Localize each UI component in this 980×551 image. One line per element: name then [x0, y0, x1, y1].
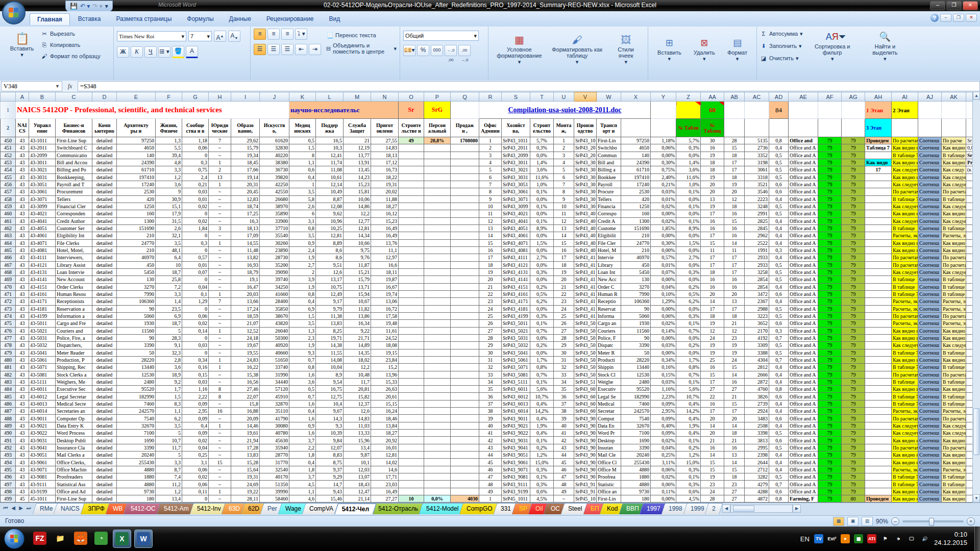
cell[interactable]: 79: [818, 203, 842, 210]
cell[interactable]: [966, 298, 973, 305]
cell[interactable]: 43: [16, 415, 29, 422]
cell[interactable]: 1: [209, 422, 231, 429]
cell[interactable]: 1,6: [289, 430, 316, 437]
cell[interactable]: 35200: [260, 261, 289, 268]
cell[interactable]: 9,37: [316, 466, 344, 473]
sheet-tab[interactable]: 5412-Отрасль: [371, 503, 425, 514]
cell[interactable]: Weighers, Me: [56, 378, 92, 385]
cell[interactable]: 0,7: [769, 356, 789, 363]
cell[interactable]: 3258: [745, 268, 769, 276]
row-header[interactable]: 475: [1, 320, 16, 327]
cell[interactable]: [745, 119, 769, 137]
cell[interactable]: 17,25: [231, 210, 260, 217]
cell[interactable]: 0,15%: [651, 371, 676, 378]
cell[interactable]: 38: [479, 408, 502, 415]
cell[interactable]: 19: [724, 181, 745, 188]
cell[interactable]: [424, 481, 451, 488]
cell[interactable]: SrP43_4061: [502, 232, 530, 239]
cell[interactable]: 16,49: [371, 224, 399, 232]
cell[interactable]: 1,9: [289, 254, 316, 261]
cell[interactable]: 7: [209, 298, 231, 305]
cell[interactable]: [966, 466, 973, 473]
cell[interactable]: 30: [479, 349, 502, 356]
cell[interactable]: [451, 356, 479, 363]
cell[interactable]: 1,16: [182, 386, 209, 393]
column-header[interactable]: AA: [701, 92, 724, 102]
cell[interactable]: Receptionists: [56, 298, 92, 305]
column-header[interactable]: AD: [769, 92, 789, 102]
cell[interactable]: Соотнош: [918, 261, 942, 268]
cell[interactable]: 17: [701, 232, 724, 239]
cell[interactable]: Sr: [966, 152, 973, 159]
cell[interactable]: [424, 320, 451, 327]
cell[interactable]: 79: [842, 459, 865, 466]
cell[interactable]: 34250: [260, 283, 289, 290]
cell[interactable]: SrP43_4071: [502, 239, 530, 246]
cell[interactable]: 2812: [745, 364, 769, 371]
cell[interactable]: 0,5: [769, 173, 789, 181]
row-header[interactable]: 488: [1, 415, 16, 422]
cell[interactable]: 0,0%: [676, 210, 701, 217]
cell[interactable]: Office and A: [789, 224, 818, 232]
cell[interactable]: [966, 261, 973, 268]
cell[interactable]: 43-5071: [29, 364, 56, 371]
cell[interactable]: 0,1%: [676, 217, 701, 224]
cell[interactable]: 0,1%: [530, 437, 554, 444]
cell[interactable]: detailed: [92, 408, 117, 415]
cell[interactable]: 7100: [621, 430, 651, 437]
cell[interactable]: 90: [117, 305, 156, 312]
cell[interactable]: Архитекту ры и: [117, 119, 156, 137]
cell[interactable]: 0,0%: [676, 152, 701, 159]
cell[interactable]: Соотнош: [918, 473, 942, 481]
cell[interactable]: 0,5: [769, 152, 789, 159]
cell[interactable]: Office and A: [789, 283, 818, 290]
cell[interactable]: [424, 393, 451, 400]
cell[interactable]: 47: [554, 473, 574, 481]
column-header[interactable]: J: [260, 92, 289, 102]
cell[interactable]: 48: [479, 481, 502, 488]
column-header[interactable]: F: [156, 92, 182, 102]
cell[interactable]: [424, 276, 451, 283]
cell[interactable]: 39990: [260, 488, 289, 495]
cell[interactable]: [399, 364, 424, 371]
cell[interactable]: New Account: [56, 276, 92, 283]
cell[interactable]: По расчетам: [942, 415, 966, 422]
cell[interactable]: 2736: [745, 144, 769, 152]
cell[interactable]: 22: [479, 290, 502, 297]
cell[interactable]: 24: [479, 305, 502, 312]
language-indicator[interactable]: EN: [800, 535, 810, 543]
cell[interactable]: [424, 488, 451, 495]
cell[interactable]: [399, 466, 424, 473]
cell[interactable]: 79: [818, 246, 842, 254]
cell[interactable]: 0,4: [769, 408, 789, 415]
cell[interactable]: 20240: [621, 452, 651, 459]
cell[interactable]: 0,16: [182, 364, 209, 371]
column-header[interactable]: N: [371, 92, 399, 102]
cell[interactable]: 0,0%: [676, 232, 701, 239]
cell[interactable]: 2,2: [289, 444, 316, 451]
cell[interactable]: 1300: [117, 217, 156, 224]
cell[interactable]: [865, 327, 892, 334]
cell[interactable]: Расчеты, экс: [942, 466, 966, 473]
cell[interactable]: 0,04%: [651, 444, 676, 451]
cell[interactable]: В таблице: [942, 378, 966, 385]
cell[interactable]: 27: [724, 495, 745, 503]
cell[interactable]: 19: [724, 349, 745, 356]
cell[interactable]: Intervie: [597, 254, 621, 261]
fill-color-button[interactable]: 🪣: [172, 46, 184, 58]
cell[interactable]: 43-9051: [29, 452, 56, 459]
cell[interactable]: SrP43_30: [574, 173, 597, 181]
cell[interactable]: В таблице 7: [892, 364, 918, 371]
cell[interactable]: Образо вание,: [231, 119, 260, 137]
cell[interactable]: 79: [818, 217, 842, 224]
cell[interactable]: 3,1: [289, 217, 316, 224]
cell[interactable]: [424, 356, 451, 363]
cell[interactable]: 43-5081: [29, 371, 56, 378]
cell[interactable]: [966, 444, 973, 451]
cell[interactable]: [966, 334, 973, 341]
cell[interactable]: 10,39: [316, 430, 344, 437]
cell[interactable]: 0,3%: [530, 144, 554, 152]
cell[interactable]: 18,27: [371, 203, 399, 210]
cell[interactable]: 9: [479, 195, 502, 203]
cell[interactable]: ~: [209, 144, 231, 152]
